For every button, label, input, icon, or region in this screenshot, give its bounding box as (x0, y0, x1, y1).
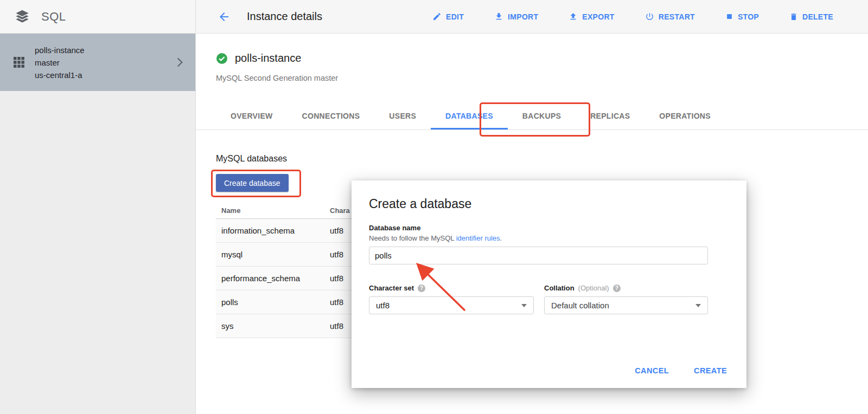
export-label: EXPORT (582, 12, 614, 21)
import-button[interactable]: IMPORT (494, 12, 538, 21)
collation-optional-note: (Optional) (578, 284, 609, 292)
database-name-help: Needs to follow the MySQL identifier rul… (369, 234, 502, 242)
charset-help-icon[interactable]: ? (418, 284, 425, 292)
edit-label: EDIT (446, 12, 464, 21)
collation-help-icon[interactable]: ? (613, 284, 621, 292)
restart-button[interactable]: RESTART (645, 12, 695, 21)
instance-subtitle: MySQL Second Generation master (216, 74, 338, 82)
stop-button[interactable]: STOP (725, 12, 759, 21)
delete-label: DELETE (802, 12, 833, 21)
export-button[interactable]: EXPORT (569, 12, 614, 21)
chevron-right-icon[interactable] (173, 55, 187, 69)
delete-button[interactable]: DELETE (789, 12, 833, 21)
tab-databases[interactable]: DATABASES (431, 102, 508, 130)
import-icon (494, 12, 503, 21)
collation-selected-value: Default collation (551, 301, 609, 310)
instance-name: polls-instance (235, 52, 301, 64)
db-name-cell: mysql (216, 250, 330, 259)
tab-users[interactable]: USERS (374, 102, 431, 130)
collation-select[interactable]: Default collation (544, 296, 708, 314)
collation-label: Collation (544, 284, 575, 292)
top-bar: SQL Instance details EDIT IMPORT (0, 0, 868, 34)
product-logo-area: SQL (0, 0, 196, 33)
stop-label: STOP (738, 12, 759, 21)
tab-overview[interactable]: OVERVIEW (216, 102, 288, 130)
tab-operations[interactable]: OPERATIONS (644, 102, 725, 130)
instance-summary-zone: us-central1-a (35, 69, 173, 81)
instance-grid-icon (13, 56, 25, 68)
tab-bar: OVERVIEW CONNECTIONS USERS DATABASES BAC… (196, 102, 868, 130)
restart-label: RESTART (659, 12, 695, 21)
instance-header: polls-instance (216, 52, 301, 64)
product-name: SQL (41, 10, 66, 24)
charset-select[interactable]: utf8 (369, 296, 534, 314)
tab-backups[interactable]: BACKUPS (508, 102, 576, 130)
column-header-name: Name (216, 206, 330, 215)
sidebar: polls-instance master us-central1-a (0, 34, 196, 414)
db-name-cell: sys (216, 321, 330, 331)
header-actions: EDIT IMPORT EXPORT RESTART (432, 12, 833, 21)
header: Instance details EDIT IMPORT EXPORT (196, 0, 868, 33)
export-icon (569, 12, 578, 21)
charset-label-row: Character set ? (369, 284, 425, 292)
db-name-cell: polls (216, 297, 330, 307)
dialog-title: Create a database (369, 197, 471, 211)
dialog-buttons: CANCEL CREATE (635, 366, 727, 375)
section-heading: MySQL databases (216, 154, 287, 164)
chevron-down-icon (521, 304, 527, 307)
edit-button[interactable]: EDIT (432, 12, 464, 21)
tab-connections[interactable]: CONNECTIONS (288, 102, 375, 130)
instance-summary-role: master (35, 56, 173, 69)
create-database-button[interactable]: Create database (216, 174, 289, 192)
database-name-label: Database name (369, 224, 420, 232)
chevron-down-icon (695, 304, 701, 307)
help-text-prefix: Needs to follow the MySQL (369, 234, 456, 242)
instance-summary: polls-instance master us-central1-a (35, 44, 173, 81)
back-button[interactable] (218, 10, 231, 23)
power-icon (645, 12, 654, 21)
collation-label-row: Collation (Optional) ? (544, 284, 621, 292)
database-name-input[interactable] (369, 247, 708, 264)
cancel-button[interactable]: CANCEL (635, 366, 669, 375)
page-title: Instance details (247, 10, 322, 23)
identifier-rules-link[interactable]: identifier rules (456, 234, 500, 242)
pencil-icon (432, 12, 442, 21)
create-button[interactable]: CREATE (694, 366, 727, 375)
status-ok-check-icon (216, 53, 228, 64)
charset-selected-value: utf8 (376, 301, 390, 310)
cloud-sql-logo-icon (13, 8, 31, 25)
sidebar-item-instance[interactable]: polls-instance master us-central1-a (0, 34, 195, 91)
db-name-cell: information_schema (216, 226, 330, 235)
import-label: IMPORT (508, 12, 538, 21)
create-database-dialog: Create a database Database name Needs to… (352, 180, 746, 388)
trash-icon (789, 12, 798, 21)
help-text-suffix: . (500, 234, 502, 242)
tab-replicas[interactable]: REPLICAS (576, 102, 644, 130)
charset-label: Character set (369, 284, 414, 292)
instance-summary-name: polls-instance (35, 44, 173, 56)
stop-icon (725, 12, 733, 21)
db-name-cell: performance_schema (216, 274, 330, 283)
